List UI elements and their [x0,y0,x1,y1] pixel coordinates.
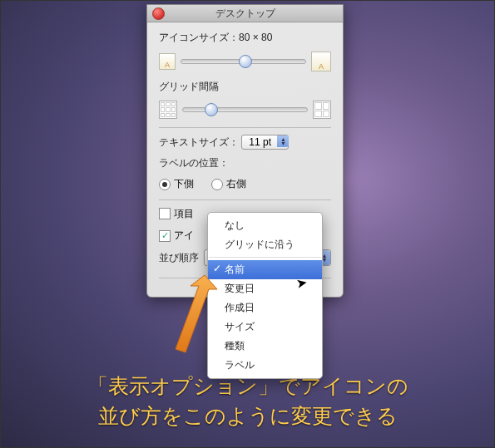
checkbox-item-info[interactable]: 項目 [159,207,194,221]
radio-dot-icon [211,179,223,190]
text-size-label: テキストサイズ： [159,136,239,148]
sort-order-menu: なし グリッドに沿う 名前 変更日 作成日 サイズ 種類 ラベル [207,212,323,379]
close-button[interactable] [152,7,165,20]
menu-item-created[interactable]: 作成日 [208,298,322,318]
radio-bottom[interactable]: 下側 [159,177,194,191]
checkbox-icon-preview-label: アイ [174,229,194,243]
text-size-value: 11 pt [249,136,271,148]
menu-item-label[interactable]: ラベル [208,356,322,375]
slider-thumb-icon[interactable] [239,55,252,68]
divider [159,199,331,200]
checkbox-icon-preview[interactable]: アイ [159,229,194,243]
divider [159,127,331,128]
label-position-radios: 下側 右側 [159,177,331,193]
icon-size-label: アイコンサイズ：80 × 80 [159,31,331,45]
grid-spacing-slider[interactable] [182,107,308,112]
grid-spacing-slider-row [159,101,331,119]
icon-size-small-icon: A [159,53,176,70]
text-size-select[interactable]: 11 pt ▲▼ [241,135,289,150]
checkbox-box-icon [159,208,171,219]
checkbox-box-icon [159,230,171,242]
menu-item-kind[interactable]: 種類 [208,337,322,356]
radio-dot-icon [159,179,171,190]
icon-size-slider[interactable] [181,59,306,64]
titlebar[interactable]: デスクトップ [147,5,343,22]
icon-size-large-icon: A [311,52,331,71]
sort-order-label: 並び順序 [159,251,199,265]
radio-bottom-label: 下側 [174,177,194,191]
chevron-updown-icon: ▲▼ [277,135,289,147]
label-position-label: ラベルの位置： [159,156,331,170]
slider-thumb-grid[interactable] [205,103,218,116]
menu-separator [209,257,321,258]
window-title: デスクトップ [215,7,275,19]
menu-item-snap-to-grid[interactable]: グリッドに沿う [208,235,322,254]
menu-item-size[interactable]: サイズ [208,318,322,337]
grid-sparse-icon [313,101,331,119]
radio-right[interactable]: 右側 [211,177,246,191]
checkbox-item-info-label: 項目 [174,207,194,221]
annotation-caption: 「表示オプション」でアイコンの 並び方をこのように変更できる [1,371,494,431]
grid-spacing-label: グリッド間隔 [159,80,331,94]
grid-dense-icon [159,101,177,119]
radio-right-label: 右側 [226,177,246,191]
text-size-row: テキストサイズ： 11 pt ▲▼ [159,135,331,150]
menu-item-none[interactable]: なし [208,216,322,235]
icon-size-slider-row: A A [159,52,331,71]
